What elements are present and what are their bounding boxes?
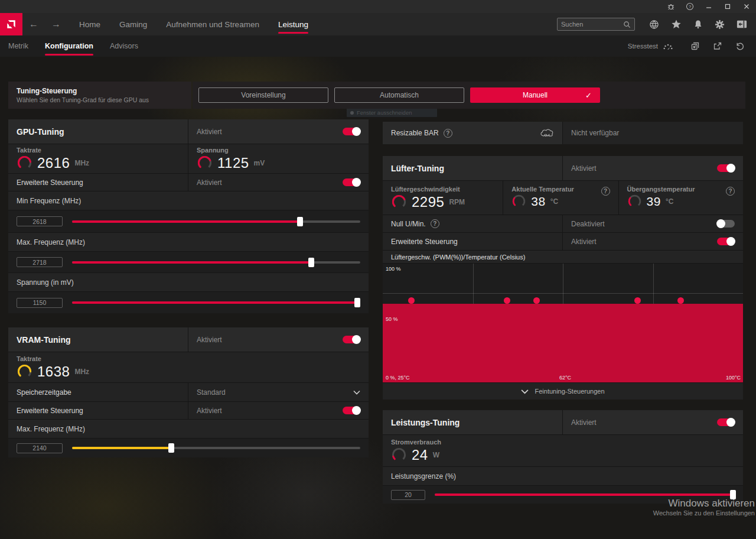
help-icon[interactable]: ? bbox=[680, 0, 699, 13]
close-button[interactable] bbox=[737, 0, 756, 13]
vram-enabled-toggle[interactable] bbox=[343, 336, 360, 343]
fan-curve-point[interactable] bbox=[677, 297, 684, 304]
power-limit-input[interactable]: 20 bbox=[391, 490, 425, 500]
resizable-bar-label: Resizable BAR bbox=[391, 129, 439, 137]
tab-gaming[interactable]: Gaming bbox=[112, 13, 154, 35]
fan-curve-point[interactable] bbox=[408, 297, 415, 304]
tab-home[interactable]: Home bbox=[72, 13, 107, 35]
tab-metrik[interactable]: Metrik bbox=[0, 35, 37, 57]
fan-speed-unit: RPM bbox=[449, 198, 465, 206]
forward-icon[interactable]: → bbox=[45, 19, 67, 30]
fan-curve-point[interactable] bbox=[634, 297, 641, 304]
zero-rpm-label: Null U/Min. bbox=[391, 220, 426, 228]
stresstest-gauge-icon bbox=[663, 43, 673, 50]
sidebar-toggle-icon[interactable] bbox=[731, 13, 752, 35]
zero-rpm-toggle[interactable] bbox=[717, 220, 735, 228]
gpu-max-freq-input[interactable]: 2718 bbox=[17, 257, 63, 267]
stresstest-button[interactable]: Stresstest bbox=[628, 43, 673, 50]
resizable-bar-help-icon[interactable]: ? bbox=[444, 129, 452, 138]
fan-curve-point[interactable] bbox=[533, 297, 540, 304]
power-consumption-unit: W bbox=[433, 451, 439, 459]
tab-advisors[interactable]: Advisors bbox=[102, 35, 146, 57]
power-enabled-toggle[interactable] bbox=[717, 418, 735, 426]
tab-performance[interactable]: Leistung bbox=[271, 13, 315, 35]
watermark-line1: Windows aktivieren bbox=[653, 498, 755, 509]
fan-tuning-title: Lüfter-Tuning bbox=[391, 164, 444, 173]
fan-junction-temp-unit: °C bbox=[666, 197, 673, 206]
minimize-button[interactable] bbox=[699, 0, 718, 13]
fan-curve-area bbox=[383, 304, 743, 382]
gpu-advanced-label: Erweiterte Steuerung bbox=[17, 178, 83, 187]
gpu-advanced-toggle[interactable] bbox=[343, 178, 360, 186]
vram-max-freq-label: Max. Frequenz (MHz) bbox=[17, 425, 85, 433]
load-profile-icon[interactable] bbox=[684, 35, 706, 57]
fan-advanced-toggle[interactable] bbox=[717, 238, 735, 245]
vram-advanced-state: Aktiviert bbox=[197, 407, 222, 415]
tab-konfiguration[interactable]: Konfiguration bbox=[37, 35, 102, 57]
gpu-enabled-toggle[interactable] bbox=[343, 128, 360, 135]
amd-logo[interactable] bbox=[0, 13, 22, 35]
watermark-line2: Wechseln Sie zu den Einstellungen bbox=[653, 509, 755, 517]
back-icon[interactable]: ← bbox=[22, 19, 45, 30]
power-enabled-label: Aktiviert bbox=[571, 418, 597, 427]
gear-icon[interactable] bbox=[709, 13, 731, 35]
vram-max-freq-input[interactable]: 2140 bbox=[17, 443, 63, 453]
bell-icon[interactable] bbox=[687, 13, 709, 35]
chevron-down-icon bbox=[521, 389, 529, 394]
bug-report-icon[interactable] bbox=[662, 0, 680, 13]
gpu-min-freq-label: Min Frequenz (MHz) bbox=[17, 197, 81, 205]
manual-button[interactable]: Manuell ✓ bbox=[470, 87, 600, 103]
gpu-voltage-slider-thumb[interactable] bbox=[354, 298, 360, 307]
tuning-control-subtitle: Wählen Sie den Tuning-Grad für diese GPU… bbox=[17, 96, 183, 103]
gpu-max-freq-slider-thumb[interactable] bbox=[308, 258, 314, 267]
reset-icon[interactable] bbox=[729, 35, 751, 57]
gpu-min-freq-slider-thumb[interactable] bbox=[297, 217, 303, 226]
windows-activation-watermark: Windows aktivieren Wechseln Sie zu den E… bbox=[653, 498, 755, 517]
gpu-voltage-input[interactable]: 1150 bbox=[17, 298, 63, 308]
window-titlebar: ? bbox=[0, 0, 756, 13]
gpu-voltage-slider[interactable] bbox=[72, 301, 360, 304]
vram-tuning-panel: VRAM-Tuning Aktiviert Taktrate 1638 MHz bbox=[8, 327, 369, 457]
search-box[interactable] bbox=[557, 18, 635, 31]
tab-record-stream[interactable]: Aufnehmen und Streamen bbox=[159, 13, 266, 35]
fan-speed-label: Lüftergeschwindigkeit bbox=[391, 186, 465, 193]
chevron-down-icon bbox=[353, 390, 360, 395]
tuning-control-buttons: Voreinstellung Automatisch Manuell ✓ bbox=[193, 82, 745, 109]
fine-tuning-expander[interactable]: Feintuning-Steuerungen bbox=[383, 383, 743, 400]
vram-timing-select[interactable]: Standard bbox=[188, 383, 369, 401]
vram-enabled-label: Aktiviert bbox=[197, 336, 222, 344]
gpu-min-freq-input[interactable]: 2618 bbox=[17, 216, 63, 226]
vram-max-freq-slider[interactable] bbox=[72, 447, 360, 449]
vram-advanced-toggle[interactable] bbox=[343, 407, 360, 414]
current-temp-help-icon[interactable]: ? bbox=[601, 187, 610, 196]
fan-curve-chart[interactable]: 100 % 50 % 0 %, 25°C 62°C 100°C bbox=[383, 264, 743, 383]
search-input[interactable] bbox=[561, 21, 623, 28]
main-navbar: ← → Home Gaming Aufnehmen und Streamen L… bbox=[0, 13, 756, 35]
star-icon[interactable] bbox=[665, 13, 687, 35]
fan-current-temp-unit: °C bbox=[550, 197, 558, 206]
globe-icon[interactable] bbox=[643, 13, 665, 35]
fan-enabled-toggle[interactable] bbox=[717, 164, 735, 172]
gpu-max-freq-slider[interactable] bbox=[72, 261, 360, 264]
power-limit-slider[interactable] bbox=[435, 493, 735, 496]
gpu-max-freq-label: Max. Frequenz (MHz) bbox=[17, 238, 85, 246]
vram-max-freq-slider-thumb[interactable] bbox=[168, 443, 174, 453]
junction-temp-gauge-icon bbox=[627, 194, 642, 209]
vram-clock-unit: MHz bbox=[74, 368, 89, 376]
gpu-voltage-value: 1125 bbox=[217, 155, 249, 171]
gpu-clock-label: Taktrate bbox=[17, 147, 89, 154]
export-profile-icon[interactable] bbox=[706, 35, 729, 57]
fan-curve-point[interactable] bbox=[504, 297, 510, 304]
automatic-button[interactable]: Automatisch bbox=[334, 87, 464, 103]
search-icon[interactable] bbox=[623, 21, 631, 28]
preset-button[interactable]: Voreinstellung bbox=[198, 87, 328, 103]
content-area: Fenster ausschneiden Tuning-Steuerung Wä… bbox=[0, 57, 756, 539]
power-tuning-panel: Leistungs-Tuning Aktiviert Stromverbrauc… bbox=[383, 410, 743, 504]
gpu-voltage-gauge-icon bbox=[197, 155, 213, 171]
chart-y50-label: 50 % bbox=[386, 316, 398, 322]
current-temp-gauge-icon bbox=[511, 194, 526, 209]
maximize-button[interactable] bbox=[718, 0, 737, 13]
junction-temp-help-icon[interactable]: ? bbox=[726, 187, 735, 196]
zero-rpm-help-icon[interactable]: ? bbox=[431, 219, 439, 228]
gpu-min-freq-slider[interactable] bbox=[72, 220, 360, 223]
